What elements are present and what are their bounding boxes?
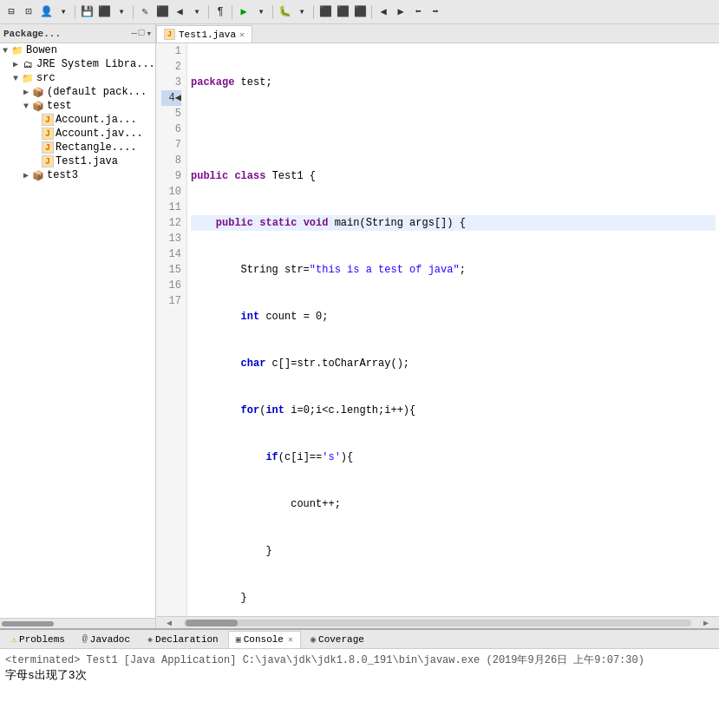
sidebar-scrollbar[interactable] bbox=[0, 618, 155, 628]
toolbar-icon-misc3[interactable]: ⬛ bbox=[352, 4, 368, 20]
toolbar-icon-dropdown-2[interactable]: ▾ bbox=[114, 4, 129, 20]
icon-test3: 📦 bbox=[31, 169, 45, 181]
icon-account-jav: J bbox=[42, 128, 54, 140]
console-content: <terminated> Test1 [Java Application] C:… bbox=[0, 649, 719, 728]
scroll-left-btn[interactable]: ◀ bbox=[156, 618, 182, 628]
line-num-14: 14 bbox=[161, 246, 181, 262]
tab-javadoc[interactable]: @ Javadoc bbox=[75, 631, 138, 648]
sidebar-item-account-jav[interactable]: J Account.jav... bbox=[0, 127, 155, 141]
code-line-1: package test; bbox=[191, 75, 716, 90]
label-test1: Test1.java bbox=[56, 155, 118, 167]
code-line-5: String str="this is a test of java"; bbox=[191, 262, 716, 278]
label-test: test bbox=[47, 100, 72, 112]
label-problems: Problems bbox=[19, 634, 65, 645]
line-num-12: 12 bbox=[161, 215, 181, 231]
toolbar-icon-dropdown-1[interactable]: ▾ bbox=[56, 4, 71, 20]
icon-test1: J bbox=[42, 155, 54, 167]
icon-coverage: ◉ bbox=[310, 634, 316, 645]
code-editor[interactable]: 1 2 3 4◀ 5 6 7 8 9 10 11 12 13 14 15 16 … bbox=[156, 43, 719, 616]
toolbar-icon-dropdown-4[interactable]: ▾ bbox=[253, 4, 269, 20]
sidebar-item-test3[interactable]: ▶ 📦 test3 bbox=[0, 168, 155, 182]
icon-console: ▣ bbox=[236, 634, 241, 645]
toolbar-icon-dropdown-5[interactable]: ▾ bbox=[294, 4, 310, 20]
sidebar-item-test[interactable]: ▼ 📦 test bbox=[0, 99, 155, 113]
toolbar-separator-2 bbox=[133, 5, 134, 19]
sidebar-item-src[interactable]: ▼ 📁 src bbox=[0, 71, 155, 85]
toolbar-icon-dropdown-3[interactable]: ▾ bbox=[189, 4, 205, 20]
line-num-5: 5 bbox=[161, 106, 181, 121]
console-terminated-line: <terminated> Test1 [Java Application] C:… bbox=[5, 653, 714, 668]
arrow-rectangle bbox=[31, 143, 42, 153]
arrow-jre: ▶ bbox=[10, 59, 21, 69]
toolbar-icon-save[interactable]: 💾 bbox=[79, 4, 95, 20]
editor-tab-test1[interactable]: J Test1.java ✕ bbox=[156, 25, 252, 43]
toolbar-icon-para[interactable]: ¶ bbox=[212, 4, 228, 20]
scroll-right-btn[interactable]: ▶ bbox=[693, 618, 719, 628]
tab-problems[interactable]: ⚠ Problems bbox=[3, 631, 73, 648]
icon-account-ja: J bbox=[42, 114, 54, 126]
sidebar-icon-minimize[interactable]: — bbox=[131, 28, 137, 39]
tab-coverage[interactable]: ◉ Coverage bbox=[303, 631, 372, 648]
sidebar-item-default-pkg[interactable]: ▶ 📦 (default pack... bbox=[0, 85, 155, 99]
line-num-2: 2 bbox=[161, 59, 181, 75]
toolbar-icon-next[interactable]: ▶ bbox=[393, 4, 409, 20]
sidebar-item-rectangle[interactable]: J Rectangle.... bbox=[0, 141, 155, 154]
tab-declaration[interactable]: ◈ Declaration bbox=[140, 631, 226, 648]
sidebar-title: Package... bbox=[3, 29, 131, 39]
line-num-7: 7 bbox=[161, 137, 181, 153]
code-line-8: for(int i=0;i<c.length;i++){ bbox=[191, 403, 716, 418]
toolbar-icon-back[interactable]: ⬅ bbox=[410, 4, 426, 20]
line-numbers: 1 2 3 4◀ 5 6 7 8 9 10 11 12 13 14 15 16 … bbox=[156, 43, 187, 616]
code-content[interactable]: package test; public class Test1 { publi… bbox=[187, 43, 719, 616]
sidebar-icon-maximize[interactable]: □ bbox=[139, 28, 145, 39]
icon-default-pkg: 📦 bbox=[31, 86, 45, 98]
tab-console[interactable]: ▣ Console ✕ bbox=[228, 631, 301, 648]
toolbar-separator-6 bbox=[313, 5, 314, 19]
sidebar-item-bowen[interactable]: ▼ 📁 Bowen bbox=[0, 43, 155, 57]
toolbar-separator-7 bbox=[371, 5, 372, 19]
editor-h-scrollbar[interactable]: ◀ ▶ bbox=[156, 616, 719, 628]
arrow-test: ▼ bbox=[21, 102, 31, 111]
bottom-tab-bar: ⚠ Problems @ Javadoc ◈ Declaration ▣ Con… bbox=[0, 630, 719, 649]
toolbar-icon-edit[interactable]: ✎ bbox=[137, 4, 153, 20]
icon-rectangle: J bbox=[42, 141, 54, 154]
code-line-2 bbox=[191, 121, 716, 137]
toolbar-icon-search[interactable]: ⬛ bbox=[154, 4, 170, 20]
toolbar-icon-debug[interactable]: 🐛 bbox=[277, 4, 292, 20]
toolbar-icon-misc2[interactable]: ⬛ bbox=[335, 4, 350, 20]
label-src: src bbox=[36, 72, 56, 84]
scroll-track[interactable] bbox=[184, 620, 691, 626]
sidebar-item-account-ja[interactable]: J Account.ja... bbox=[0, 113, 155, 127]
toolbar-icon-forward[interactable]: ➡ bbox=[428, 4, 443, 20]
toolbar-separator-5 bbox=[272, 5, 273, 19]
scroll-thumb[interactable] bbox=[186, 620, 238, 626]
toolbar-icon-2[interactable]: ⊡ bbox=[21, 4, 36, 20]
code-line-7: char c[]=str.toCharArray(); bbox=[191, 356, 716, 371]
tab-console-close[interactable]: ✕ bbox=[288, 634, 293, 645]
bottom-panel: ⚠ Problems @ Javadoc ◈ Declaration ▣ Con… bbox=[0, 628, 719, 728]
tab-close-test1[interactable]: ✕ bbox=[239, 30, 245, 40]
icon-javadoc: @ bbox=[82, 634, 88, 644]
label-console: Console bbox=[244, 634, 284, 645]
arrow-src: ▼ bbox=[10, 74, 21, 83]
toolbar-icon-build[interactable]: ⬛ bbox=[96, 4, 112, 20]
toolbar-icon-misc1[interactable]: ⬛ bbox=[317, 4, 333, 20]
sidebar-tree: ▼ 📁 Bowen ▶ 🗂 JRE System Libra... ▼ 📁 sr… bbox=[0, 43, 155, 618]
label-default-pkg: (default pack... bbox=[47, 86, 147, 98]
toolbar-icon-run[interactable]: ▶ bbox=[236, 4, 252, 20]
toolbar-icon-prev[interactable]: ◀ bbox=[376, 4, 391, 20]
arrow-test3: ▶ bbox=[21, 170, 31, 180]
code-line-9: if(c[i]=='s'){ bbox=[191, 449, 716, 465]
toolbar-separator-4 bbox=[232, 5, 232, 19]
code-line-3: public class Test1 { bbox=[191, 168, 716, 184]
toolbar-icon-left[interactable]: ◀ bbox=[172, 4, 187, 20]
label-declaration: Declaration bbox=[155, 634, 219, 645]
toolbar-icon-3[interactable]: 👤 bbox=[38, 4, 54, 20]
sidebar-icon-dropdown[interactable]: ▾ bbox=[146, 28, 152, 39]
tab-label-test1: Test1.java bbox=[179, 30, 236, 40]
line-num-8: 8 bbox=[161, 153, 181, 168]
label-coverage: Coverage bbox=[318, 634, 364, 645]
toolbar-icon-1[interactable]: ⊟ bbox=[3, 4, 19, 20]
sidebar-item-test1[interactable]: J Test1.java bbox=[0, 154, 155, 168]
sidebar-item-jre[interactable]: ▶ 🗂 JRE System Libra... bbox=[0, 57, 155, 71]
